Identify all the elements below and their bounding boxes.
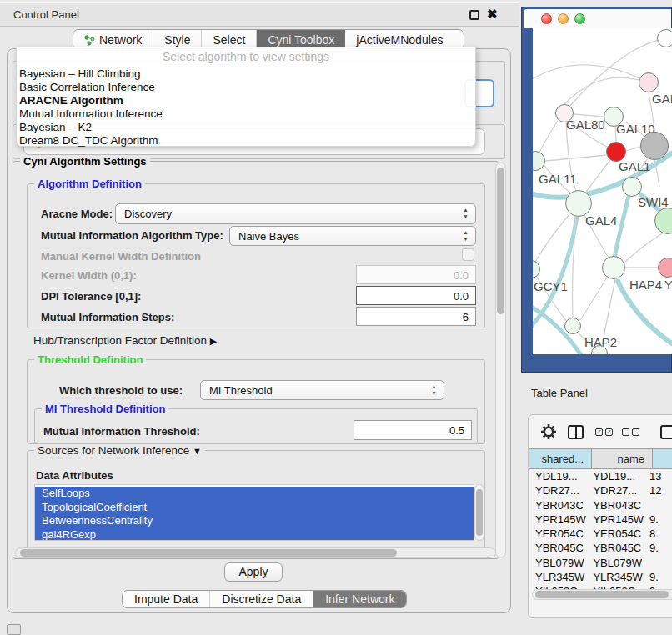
data-attributes-list[interactable]: SelfLoopsTopologicalCoefficientBetweenne…: [34, 484, 474, 541]
table-mode-icon[interactable]: [660, 425, 672, 439]
table-row[interactable]: YER054CYER054C8.: [529, 527, 672, 541]
table-horizontal-scrollbar[interactable]: [532, 589, 672, 600]
dpi-tolerance-field[interactable]: 0.0: [356, 286, 476, 305]
dropdown-item[interactable]: Basic Correlation Inference: [17, 81, 475, 94]
network-window-titlebar: [524, 9, 671, 28]
table-row[interactable]: YDR27...YDR27...12: [529, 483, 672, 498]
mi-threshold-title: MI Threshold Definition: [42, 402, 168, 415]
table-row[interactable]: YBR043CYBR043C: [529, 498, 672, 512]
table-cell: YER054C: [529, 527, 587, 541]
aracne-mode-label: Aracne Mode:: [41, 208, 113, 220]
combo-arrows-icon: ▲▼: [462, 229, 469, 242]
table-cell: [644, 498, 672, 512]
network-node-swi4[interactable]: [622, 177, 642, 197]
table-cell: YDR27...: [529, 483, 587, 498]
table-cell: YLR345W: [529, 570, 587, 584]
network-node-label: GAL: [652, 92, 672, 106]
attribute-list-item[interactable]: gal4RGexp: [35, 528, 474, 542]
network-node-y[interactable]: [658, 258, 672, 278]
aracne-mode-combo[interactable]: Discovery ▲▼: [115, 203, 476, 224]
manual-kernel-checkbox[interactable]: [462, 248, 474, 261]
network-node-label: GAL80: [566, 118, 605, 132]
attribute-list-item[interactable]: BetweennessCentrality: [35, 514, 474, 528]
dropdown-item[interactable]: Bayesian – Hill Climbing: [17, 68, 475, 81]
table-cell: YBR043C: [587, 498, 644, 512]
split-columns-icon[interactable]: [568, 425, 584, 439]
network-node-label: HAP4: [629, 278, 662, 292]
table-column-header[interactable]: shared...: [529, 449, 592, 468]
gear-icon[interactable]: [540, 423, 557, 443]
table-row[interactable]: YBL079WYBL079W: [529, 556, 672, 570]
uncheck-all-icon[interactable]: [622, 428, 629, 436]
table-cell: 9.: [644, 512, 672, 527]
mi-type-combo[interactable]: Naive Bayes ▲▼: [229, 226, 476, 246]
network-canvas[interactable]: GALGAL80GAL10GAL1GAL11GAL4SWI4GCY1HAP4YH…: [533, 28, 672, 354]
zoom-traffic-light-icon[interactable]: [574, 13, 585, 24]
network-node[interactable]: [640, 132, 669, 160]
float-panel-icon[interactable]: [469, 10, 479, 20]
tab-discretize-data[interactable]: Discretize Data: [210, 591, 313, 608]
network-node-hap4[interactable]: [602, 256, 625, 279]
table-row[interactable]: YBR045CYBR045C9.: [529, 541, 672, 555]
table-column-header[interactable]: name: [591, 449, 653, 468]
mi-steps-label: Mutual Information Steps:: [41, 311, 174, 323]
table-cell: 8.: [644, 527, 672, 541]
tab-jactivemnodules-label: jActiveMNodules: [356, 33, 443, 47]
kernel-width-field[interactable]: 0.0: [356, 265, 476, 284]
close-icon[interactable]: ✖: [487, 7, 498, 22]
dock-panel-icon[interactable]: [7, 624, 21, 635]
tab-infer-network[interactable]: Infer Network: [313, 591, 406, 608]
which-threshold-value: MI Threshold: [209, 384, 273, 397]
table-row[interactable]: YLR345WYLR345W9.: [529, 570, 672, 584]
check-all-icon[interactable]: ✓: [595, 428, 603, 436]
sources-toggle[interactable]: Sources for Network Inference ▼: [34, 444, 205, 457]
table-row[interactable]: YPR145WYPR145W9.: [529, 512, 672, 527]
check-all-icon2[interactable]: ✓: [605, 428, 613, 436]
table-row[interactable]: YDL19...YDL19...13: [529, 469, 672, 483]
network-node[interactable]: [657, 29, 672, 48]
close-traffic-light-icon[interactable]: [541, 13, 552, 24]
combo-arrows-icon: ▲▼: [462, 207, 469, 220]
minimize-traffic-light-icon[interactable]: [558, 13, 569, 24]
mi-steps-field[interactable]: 6: [356, 307, 476, 326]
which-threshold-label: Which threshold to use:: [59, 384, 183, 397]
attribute-list-scrollbar[interactable]: [474, 484, 484, 541]
control-panel-title: Control Panel: [13, 8, 79, 21]
dropdown-item[interactable]: ARACNE Algorithm: [17, 94, 475, 108]
network-tab-icon: [84, 35, 95, 46]
algorithm-definition-title: Algorithm Definition: [34, 178, 145, 190]
mi-threshold-field[interactable]: 0.5: [354, 420, 472, 440]
dropdown-item[interactable]: Dream8 DC_TDC Algorithm: [17, 134, 475, 148]
expanded-arrow-icon: ▼: [193, 446, 202, 456]
table-cell: [644, 556, 672, 570]
network-node-gal[interactable]: [639, 72, 659, 92]
cyni-algorithm-settings-groupbox: Cyni Algorithm Settings Algorithm Defini…: [13, 161, 499, 559]
threshold-definition-title: Threshold Definition: [34, 353, 146, 366]
settings-vertical-scrollbar[interactable]: [495, 162, 506, 558]
table-cell: 12: [644, 483, 672, 498]
network-node-label: SWI4: [638, 195, 669, 209]
tab-impute-data[interactable]: Impute Data: [123, 591, 210, 608]
table-column-header[interactable]: A: [652, 449, 672, 468]
network-view-window: GALGAL80GAL10GAL1GAL11GAL4SWI4GCY1HAP4YH…: [521, 7, 672, 372]
table-cell: YPR145W: [587, 512, 644, 527]
uncheck-all-icon2[interactable]: [632, 428, 639, 436]
dropdown-item[interactable]: Mutual Information Inference: [17, 108, 475, 121]
dpi-tolerance-label: DPI Tolerance [0,1]:: [41, 290, 141, 302]
table-cell: 9.: [644, 570, 672, 584]
dropdown-item[interactable]: Bayesian – K2: [17, 121, 475, 134]
network-node-label: GAL11: [539, 172, 577, 186]
settings-horizontal-scrollbar[interactable]: [15, 548, 496, 558]
table-cell: 9.: [644, 541, 672, 555]
which-threshold-combo[interactable]: MI Threshold ▲▼: [200, 380, 444, 400]
table-cell: YBL079W: [529, 556, 587, 570]
attribute-list-item[interactable]: SelfLoops: [35, 487, 474, 501]
apply-button[interactable]: Apply: [224, 562, 283, 582]
algorithm-dropdown-list: Select algorithm to view settings Bayesi…: [16, 47, 476, 147]
network-node-hap2[interactable]: [564, 318, 581, 334]
control-panel-titlebar: Control Panel ✖: [0, 2, 519, 27]
hub-definition-toggle[interactable]: Hub/Transcription Factor Definition ▶: [33, 334, 217, 347]
table-cell: YBR043C: [529, 498, 587, 512]
table-cell: YBR045C: [529, 541, 587, 555]
attribute-list-item[interactable]: TopologicalCoefficient: [35, 501, 474, 515]
